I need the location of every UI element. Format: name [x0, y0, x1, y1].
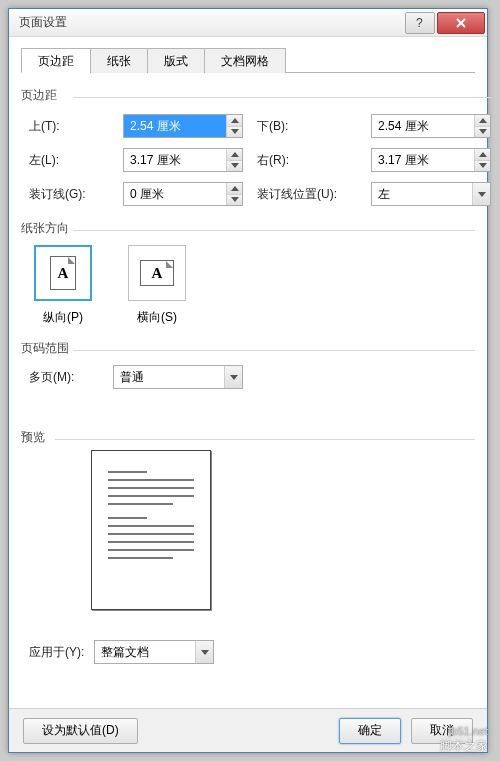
left-spinner[interactable] [123, 148, 243, 172]
margins-legend: 页边距 [21, 87, 57, 104]
spin-down-icon[interactable] [475, 161, 490, 172]
svg-marker-6 [479, 129, 487, 134]
bottom-label: 下(B): [257, 118, 357, 135]
spin-down-icon[interactable] [227, 195, 242, 206]
tab-margins[interactable]: 页边距 [21, 48, 91, 73]
svg-marker-15 [201, 650, 209, 655]
orientation-group: 纸张方向 A 纵向(P) A 横向(S) [21, 220, 475, 326]
window-title: 页面设置 [19, 14, 403, 31]
gutter-label: 装订线(G): [29, 186, 109, 203]
apply-to-combo[interactable]: 整篇文档 [94, 640, 214, 664]
spin-up-icon[interactable] [475, 149, 490, 161]
multipage-label: 多页(M): [29, 369, 101, 386]
pages-legend: 页码范围 [21, 340, 69, 357]
set-default-button[interactable]: 设为默认值(D) [23, 718, 138, 744]
chevron-down-icon[interactable] [195, 641, 213, 663]
bottom-input[interactable] [372, 115, 474, 137]
right-input[interactable] [372, 149, 474, 171]
preview-group: 预览 [21, 429, 475, 610]
top-spinner[interactable] [123, 114, 243, 138]
landscape-label: 横向(S) [125, 309, 189, 326]
apply-to-label: 应用于(Y): [29, 644, 84, 661]
svg-marker-13 [478, 192, 486, 197]
apply-to-value: 整篇文档 [95, 641, 195, 663]
right-label: 右(R): [257, 152, 357, 169]
spin-down-icon[interactable] [475, 127, 490, 138]
preview-legend: 预览 [21, 429, 45, 446]
spin-down-icon[interactable] [227, 161, 242, 172]
right-spinner[interactable] [371, 148, 491, 172]
bottom-spinner[interactable] [371, 114, 491, 138]
svg-text:?: ? [416, 17, 423, 29]
svg-marker-9 [479, 152, 487, 157]
top-label: 上(T): [29, 118, 109, 135]
preview-page-icon [91, 450, 211, 610]
portrait-label: 纵向(P) [31, 309, 95, 326]
top-input[interactable] [124, 115, 226, 137]
gutter-pos-label: 装订线位置(U): [257, 186, 357, 203]
svg-marker-14 [230, 375, 238, 380]
close-button[interactable] [437, 12, 485, 34]
multipage-value: 普通 [114, 366, 224, 388]
svg-marker-8 [231, 163, 239, 168]
landscape-icon: A [140, 260, 174, 286]
orientation-portrait[interactable]: A 纵向(P) [31, 245, 95, 326]
portrait-icon: A [50, 256, 76, 290]
svg-marker-3 [231, 118, 239, 123]
tab-paper[interactable]: 纸张 [90, 48, 148, 73]
help-button[interactable]: ? [405, 12, 435, 34]
dialog-footer: 设为默认值(D) 确定 取消 [9, 708, 487, 752]
titlebar: 页面设置 ? [9, 9, 487, 37]
spin-down-icon[interactable] [227, 127, 242, 138]
margins-group: 页边距 上(T): 下(B): 左(L): 右(R): 装订线(G): 装订线位… [21, 87, 491, 206]
spin-up-icon[interactable] [227, 115, 242, 127]
tab-grid[interactable]: 文档网格 [204, 48, 286, 73]
gutter-input[interactable] [124, 183, 226, 205]
gutter-pos-value: 左 [372, 183, 472, 205]
gutter-pos-combo[interactable]: 左 [371, 182, 491, 206]
multipage-combo[interactable]: 普通 [113, 365, 243, 389]
gutter-spinner[interactable] [123, 182, 243, 206]
svg-marker-4 [231, 129, 239, 134]
orientation-landscape[interactable]: A 横向(S) [125, 245, 189, 326]
pages-group: 页码范围 多页(M): 普通 [21, 340, 475, 389]
orientation-legend: 纸张方向 [21, 220, 69, 237]
page-setup-dialog: 页面设置 ? 页边距 纸张 版式 文档网格 页边距 上(T): 下(B): 左(… [8, 8, 488, 753]
tab-strip: 页边距 纸张 版式 文档网格 [21, 47, 475, 73]
spin-up-icon[interactable] [475, 115, 490, 127]
svg-marker-10 [479, 163, 487, 168]
tab-layout[interactable]: 版式 [147, 48, 205, 73]
svg-marker-12 [231, 197, 239, 202]
cancel-button[interactable]: 取消 [411, 718, 473, 744]
chevron-down-icon[interactable] [224, 366, 242, 388]
left-label: 左(L): [29, 152, 109, 169]
ok-button[interactable]: 确定 [339, 718, 401, 744]
svg-marker-11 [231, 186, 239, 191]
spin-up-icon[interactable] [227, 149, 242, 161]
spin-up-icon[interactable] [227, 183, 242, 195]
chevron-down-icon[interactable] [472, 183, 490, 205]
svg-marker-5 [479, 118, 487, 123]
svg-marker-7 [231, 152, 239, 157]
left-input[interactable] [124, 149, 226, 171]
